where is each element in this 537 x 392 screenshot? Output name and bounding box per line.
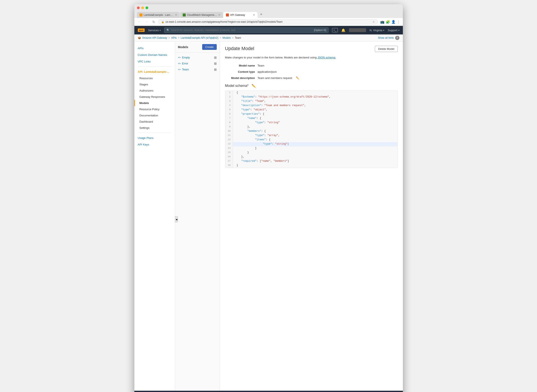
json-schema-link[interactable]: JSON schema <box>318 56 335 59</box>
model-empty-copy[interactable]: ▦ <box>214 56 217 59</box>
back-button[interactable]: ← <box>137 19 142 24</box>
help-icon[interactable]: ? <box>395 36 399 40</box>
bookmark-icon[interactable]: ☆ <box>372 20 375 23</box>
show-hints-label: Show all hints <box>378 36 394 39</box>
schema-editor[interactable]: 1 {2 "$schema": "https://json-schema.org… <box>225 90 398 168</box>
profile-icon[interactable]: 👤 <box>391 20 396 24</box>
forward-button[interactable]: → <box>144 19 149 24</box>
extensions-icon[interactable]: 🧩 <box>386 20 390 24</box>
line-content: } <box>233 151 251 155</box>
tab-lambda-label: LambdaExample - Lambda <box>144 14 174 16</box>
model-item-empty[interactable]: <> Empty ▦ <box>175 54 220 60</box>
model-description-label: Model description <box>225 76 255 79</box>
sidebar-item-models[interactable]: Models <box>134 100 175 106</box>
breadcrumb-apis[interactable]: APIs <box>171 36 176 39</box>
reload-button[interactable]: ↻ <box>152 19 156 24</box>
footer: Feedback English (US) ▾ © 2008 - 2021, A… <box>134 391 403 392</box>
edit-description-icon[interactable]: ✏️ <box>296 76 299 79</box>
edit-schema-icon[interactable]: ✏️ <box>252 84 256 88</box>
sidebar-divider <box>138 66 171 67</box>
schema-title-text: Model schema* <box>225 84 249 88</box>
menu-icon[interactable]: ⋮ <box>397 20 400 24</box>
breadcrumb-api-name[interactable]: LambdaExample-API (st7qtqfxi2) <box>181 36 218 39</box>
sidebar-item-resources[interactable]: Resources <box>134 75 175 81</box>
line-content: "type": "array", <box>233 134 282 138</box>
lambda-tab-icon <box>139 14 143 16</box>
main-layout: APIs Custom Domain Names VPC Links API: … <box>134 42 403 391</box>
maximize-button[interactable] <box>145 6 148 9</box>
search-input[interactable] <box>171 29 313 32</box>
line-content: "description": "Team and members request… <box>233 103 308 108</box>
breadcrumb-gateway[interactable]: Amazon API Gateway <box>142 36 167 39</box>
code-line-14: 14 } <box>225 146 398 151</box>
line-content: "$schema": "https://json-schema.org/draf… <box>233 95 333 99</box>
collapse-sidebar-button[interactable]: ◀ <box>175 216 178 223</box>
close-button[interactable] <box>137 6 140 9</box>
sidebar-item-resource-policy[interactable]: Resource Policy <box>134 106 175 112</box>
aws-search-bar[interactable]: 🔍 [Option+S] <box>164 27 329 33</box>
aws-logo: aws <box>138 28 145 32</box>
model-item-error[interactable]: <> Error ▦ <box>175 60 220 66</box>
sidebar-item-custom-domain[interactable]: Custom Domain Names <box>134 51 175 58</box>
breadcrumb-models[interactable]: Models <box>222 36 231 39</box>
support-menu[interactable]: Support ▾ <box>388 29 399 32</box>
model-team-name: Team <box>182 68 189 71</box>
model-empty-icon: <> <box>178 56 181 59</box>
line-number: 8 <box>225 121 233 125</box>
api-label: API: LambdaExample-... <box>134 69 175 75</box>
breadcrumb-sep1: > <box>168 36 170 39</box>
code-line-5: 5 "type": "object", <box>225 108 398 112</box>
bell-icon[interactable]: 🔔 <box>341 28 346 32</box>
show-hints-button[interactable]: Show all hints ? <box>378 36 399 40</box>
sidebar-item-apis[interactable]: APIs <box>134 45 175 51</box>
model-name-row: Model name Team <box>225 64 398 67</box>
code-line-16: 16 }, <box>225 155 398 159</box>
delete-model-button[interactable]: Delete Model <box>375 46 398 52</box>
breadcrumb: 📦 Amazon API Gateway > APIs > LambdaExam… <box>138 36 241 39</box>
new-tab-button[interactable]: + <box>258 11 265 18</box>
minimize-button[interactable] <box>141 6 144 9</box>
tab-cloudwatch-close[interactable]: × <box>218 13 220 17</box>
model-team-copy[interactable]: ▦ <box>214 68 217 71</box>
sidebar-item-documentation[interactable]: Documentation <box>134 112 175 119</box>
url-bar[interactable]: 🔒 us-east-1.console.aws.amazon.com/apiga… <box>158 19 378 24</box>
terminal-icon[interactable]: >_ <box>332 28 338 32</box>
tab-gateway[interactable]: API Gateway × <box>223 12 258 18</box>
tab-lambda-close[interactable]: × <box>175 13 177 17</box>
tab-gateway-label: API Gateway <box>230 14 252 16</box>
model-item-team[interactable]: <> Team ▦ <box>175 66 220 72</box>
sidebar-item-stages[interactable]: Stages <box>134 81 175 88</box>
model-item-empty-left: <> Empty <box>178 56 190 59</box>
lock-icon: 🔒 <box>161 21 164 23</box>
services-menu[interactable]: Services ▾ <box>148 29 161 32</box>
sidebar-item-settings[interactable]: Settings <box>134 125 175 131</box>
model-error-copy[interactable]: ▦ <box>214 62 217 65</box>
schema-title: Model schema* ✏️ <box>225 84 398 88</box>
description-text: Make changes to your model in the form b… <box>225 56 398 60</box>
code-line-6: 6 "properties": { <box>225 112 398 117</box>
sidebar-divider2 <box>138 133 171 133</box>
code-line-12: 12 "items": { <box>225 138 398 142</box>
browser-actions: 📺 🧩 👤 ⋮ <box>380 20 400 24</box>
code-line-7: 7 "name": { <box>225 117 398 121</box>
tab-gateway-close[interactable]: × <box>253 13 255 17</box>
model-item-error-left: <> Error <box>178 62 188 65</box>
line-number: 10 <box>225 129 233 134</box>
create-model-button[interactable]: Create <box>202 44 217 50</box>
services-chevron: ▾ <box>160 29 161 32</box>
line-number: 6 <box>225 112 233 117</box>
cast-icon[interactable]: 📺 <box>380 20 384 24</box>
sidebar-item-api-keys[interactable]: API Keys <box>134 141 175 148</box>
sidebar-item-usage-plans[interactable]: Usage Plans <box>134 135 175 141</box>
line-content: "type": "string" <box>233 121 282 125</box>
tab-cloudwatch-label: CloudWatch Management Con... <box>187 14 217 16</box>
sidebar-item-gateway-responses[interactable]: Gateway Responses <box>134 94 175 100</box>
model-error-name: Error <box>182 62 188 65</box>
code-line-2: 2 "$schema": "https://json-schema.org/dr… <box>225 95 398 99</box>
region-menu[interactable]: N. Virginia ▾ <box>370 29 384 32</box>
sidebar-item-dashboard[interactable]: Dashboard <box>134 119 175 125</box>
tab-lambda[interactable]: LambdaExample - Lambda × <box>137 12 180 18</box>
sidebar-item-vpc-links[interactable]: VPC Links <box>134 58 175 65</box>
tab-cloudwatch[interactable]: CloudWatch Management Con... × <box>180 12 223 18</box>
sidebar-item-authorizers[interactable]: Authorizers <box>134 88 175 94</box>
